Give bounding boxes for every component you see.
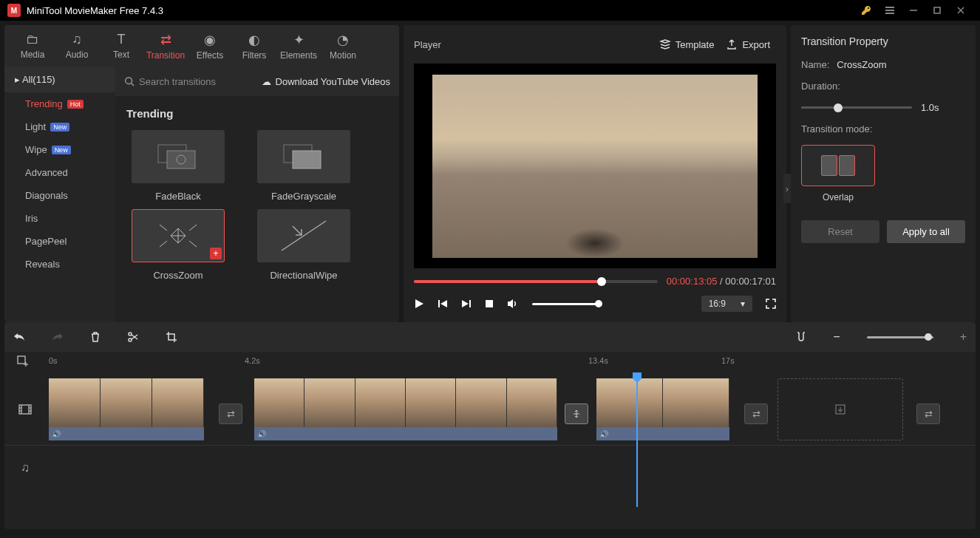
category-diagonals[interactable]: Diagonals (4, 184, 115, 207)
redo-button[interactable] (52, 332, 64, 342)
mode-overlap[interactable] (801, 145, 875, 186)
clip-2[interactable]: 🔊 (254, 378, 557, 440)
zoom-in-button[interactable]: + (960, 330, 967, 344)
category-trending[interactable]: TrendingHot (4, 92, 115, 115)
volume-slider[interactable] (532, 303, 599, 305)
transition-slot-1[interactable]: ⇄ (219, 404, 242, 424)
prop-duration-label: Duration: (801, 81, 840, 92)
transition-slot-4[interactable]: ⇄ (916, 404, 940, 424)
search-input[interactable]: Search transitions (124, 76, 262, 87)
transition-fadegrayscale[interactable]: FadeGrayscale (252, 130, 355, 202)
tool-effects[interactable]: ◉Effects (188, 25, 232, 67)
category-pagepeel[interactable]: PagePeel (4, 230, 115, 253)
category-iris[interactable]: Iris (4, 207, 115, 230)
minimize-button[interactable] (902, 0, 925, 21)
crop-button[interactable] (166, 331, 177, 343)
motion-icon: ◔ (337, 32, 349, 48)
seek-slider[interactable] (414, 280, 658, 283)
split-button[interactable] (127, 331, 139, 343)
section-title: Trending (126, 107, 388, 120)
category-reveals[interactable]: Reveals (4, 253, 115, 276)
timeline-ruler[interactable]: 0s 4.2s 13.4s 17s (4, 352, 976, 374)
tool-text[interactable]: TText (99, 25, 143, 67)
svg-marker-19 (415, 299, 423, 308)
undo-button[interactable] (13, 332, 25, 342)
template-button[interactable]: Template (653, 35, 721, 53)
svg-rect-1 (934, 7, 940, 13)
category-wipe[interactable]: WipeNew (4, 138, 115, 161)
prop-mode-label: Transition mode: (801, 123, 872, 134)
music-note-icon: ♫ (72, 32, 82, 47)
maximize-button[interactable] (925, 0, 949, 21)
audio-track-icon: ♫ (4, 461, 46, 474)
transition-icon: ⇄ (160, 32, 171, 48)
effects-icon: ◉ (204, 32, 216, 48)
tool-filters[interactable]: ◐Filters (232, 25, 276, 67)
svg-point-27 (129, 333, 132, 336)
svg-rect-7 (167, 151, 195, 168)
app-logo-icon: M (7, 4, 21, 17)
stop-button[interactable] (485, 299, 494, 308)
aspect-ratio-select[interactable]: 16:9 ▾ (701, 296, 752, 312)
svg-rect-23 (469, 300, 471, 307)
new-badge: New (50, 123, 69, 132)
play-button[interactable] (414, 299, 424, 309)
add-track-button[interactable] (16, 355, 30, 368)
svg-line-18 (293, 226, 302, 235)
transition-directionalwipe[interactable]: DirectionalWipe (252, 209, 355, 281)
playhead[interactable] (636, 374, 638, 507)
reset-button[interactable]: Reset (801, 220, 879, 243)
transition-crosszoom[interactable]: + CrossZoom (126, 209, 230, 281)
new-badge: New (52, 146, 71, 154)
tool-motion[interactable]: ◔Motion (321, 25, 365, 67)
zoom-out-button[interactable]: − (833, 330, 840, 344)
clip-1[interactable]: 🔊 (49, 378, 204, 440)
category-advanced[interactable]: Advanced (4, 161, 115, 184)
duration-slider[interactable] (801, 106, 912, 109)
chevron-down-icon: ▾ (741, 299, 745, 309)
add-icon[interactable]: + (210, 248, 222, 259)
svg-marker-21 (440, 300, 447, 307)
tool-media[interactable]: 🗀Media (10, 25, 55, 67)
next-frame-button[interactable] (461, 299, 472, 309)
svg-rect-28 (18, 356, 25, 364)
tool-audio[interactable]: ♫Audio (55, 25, 99, 67)
text-icon: T (118, 32, 126, 47)
preview-viewport (414, 64, 776, 268)
volume-button[interactable] (507, 299, 519, 309)
download-youtube-link[interactable]: ☁ Download YouTube Videos (262, 76, 390, 87)
menu-icon[interactable] (878, 0, 902, 21)
category-all[interactable]: ▸ All(115) (4, 67, 115, 92)
apply-all-button[interactable]: Apply to all (887, 220, 965, 243)
prev-frame-button[interactable] (438, 299, 448, 309)
clip-3[interactable]: 🔊 (596, 378, 729, 440)
snap-button[interactable] (796, 331, 806, 343)
license-key-icon[interactable] (854, 0, 878, 21)
transition-slot-3[interactable]: ⇄ (744, 404, 768, 424)
timecode: 00:00:13:05 / 00:00:17:01 (667, 276, 776, 287)
drop-placeholder[interactable] (777, 378, 903, 440)
tool-transition[interactable]: ⇄Transition (143, 25, 188, 67)
svg-marker-22 (462, 300, 469, 307)
svg-line-16 (189, 241, 197, 247)
collapse-panel-button[interactable]: › (783, 174, 791, 203)
hot-badge: Hot (67, 100, 84, 109)
player-title: Player (414, 39, 441, 50)
search-icon (124, 76, 135, 86)
delete-button[interactable] (90, 331, 101, 343)
duration-value: 1.0s (921, 102, 939, 113)
svg-line-15 (160, 241, 167, 247)
audio-track[interactable] (46, 437, 976, 499)
tool-elements[interactable]: ✦Elements (276, 25, 321, 67)
cloud-download-icon: ☁ (262, 76, 271, 87)
transition-slot-2[interactable] (565, 404, 588, 424)
close-button[interactable] (949, 0, 973, 21)
export-button[interactable]: Export (720, 35, 776, 53)
svg-line-14 (189, 225, 197, 231)
zoom-slider[interactable] (867, 336, 933, 338)
transition-fadeblack[interactable]: FadeBlack (126, 130, 230, 202)
video-track[interactable]: 🔊 ⇄ 🔊 🔊 ⇄ (46, 378, 976, 440)
fullscreen-button[interactable] (766, 299, 776, 309)
video-track-icon (4, 404, 46, 415)
category-light[interactable]: LightNew (4, 115, 115, 138)
